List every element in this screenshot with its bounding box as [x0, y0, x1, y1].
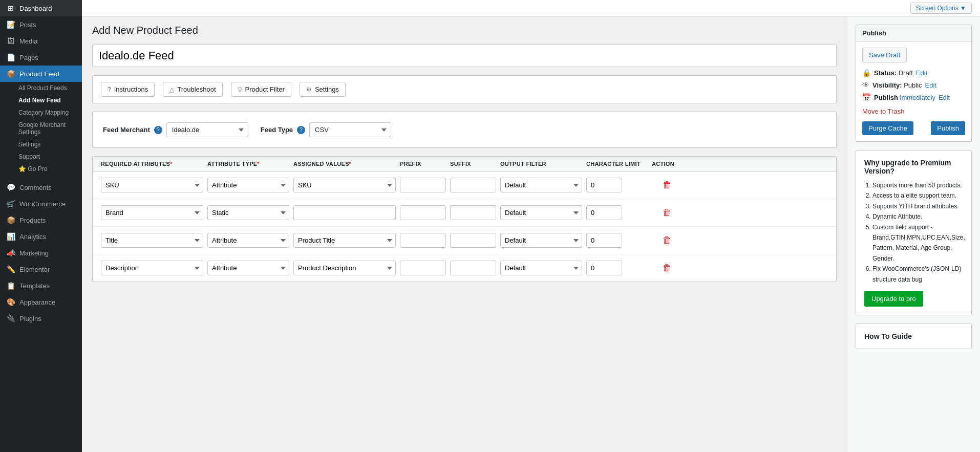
sidebar-item-analytics[interactable]: 📊 Analytics: [0, 228, 82, 245]
products-icon: 📦: [6, 216, 15, 224]
sidebar-item-marketing[interactable]: 📣 Marketing: [0, 245, 82, 261]
purge-cache-button[interactable]: Purge Cache: [862, 121, 913, 135]
sidebar-item-elementor[interactable]: ✏️ Elementor: [0, 261, 82, 277]
sidebar-item-products[interactable]: 📦 Products: [0, 212, 82, 228]
char-limit-input-2[interactable]: [586, 233, 622, 248]
output-filter-select-0[interactable]: DefaultStrip TagsConvert HTML: [500, 178, 582, 192]
premium-title: Why upgrade to Premium Version?: [864, 159, 963, 175]
status-label: Status: Draft: [874, 69, 913, 77]
req-attr-select-2[interactable]: TitleSKUBrandDescription: [101, 233, 203, 248]
suffix-input-3[interactable]: [450, 261, 496, 275]
sidebar-item-templates[interactable]: 📋 Templates: [0, 277, 82, 294]
sidebar-sub-google-merchant[interactable]: Google Merchant Settings: [18, 119, 82, 138]
char-limit-input-1[interactable]: [586, 205, 622, 220]
sidebar-label-plugins: Plugins: [19, 315, 41, 322]
col-header-output-filter: OUTPUT FILTER: [500, 161, 582, 167]
topbar: Screen Options ▼: [82, 0, 980, 16]
delete-row-3[interactable]: 🗑: [652, 261, 683, 275]
assigned-val-select-3[interactable]: Product DescriptionSKUProduct Title: [293, 261, 396, 275]
elementor-icon: ✏️: [6, 265, 15, 273]
col-header-attr-type: ATTRIBUTE TYPE*: [207, 161, 289, 167]
feedtype-help-icon[interactable]: ?: [297, 126, 305, 134]
delete-row-2[interactable]: 🗑: [652, 233, 683, 248]
feed-title-input[interactable]: [92, 45, 837, 67]
calendar-icon: 📅: [862, 93, 871, 101]
sidebar-sub-all-feeds[interactable]: All Product Feeds: [18, 82, 82, 94]
tab-troubleshoot-label: Troubleshoot: [177, 85, 216, 93]
tab-troubleshoot[interactable]: △ Troubleshoot: [163, 82, 222, 97]
sidebar-label-elementor: Elementor: [19, 266, 50, 273]
page-title: Add New Product Feed: [92, 25, 837, 36]
sidebar-item-media-icon: 🖼: [6, 37, 15, 45]
sidebar-item-woocommerce[interactable]: 🛒 WooCommerce: [0, 196, 82, 212]
sidebar-sub-support[interactable]: Support: [18, 150, 82, 163]
tab-settings[interactable]: ⚙ Settings: [300, 82, 346, 97]
sidebar-item-media[interactable]: 🖼Media: [0, 33, 82, 49]
attr-type-select-2[interactable]: AttributeStaticPattern: [207, 233, 289, 248]
tab-settings-label: Settings: [315, 85, 339, 93]
visibility-edit-link[interactable]: Edit: [925, 81, 936, 89]
sidebar-sub-settings[interactable]: Settings: [18, 138, 82, 150]
delete-row-1[interactable]: 🗑: [652, 205, 683, 220]
attr-type-select-1[interactable]: StaticAttributePattern: [207, 205, 289, 220]
assigned-val-select-2[interactable]: Product TitleSKUProduct Description: [293, 233, 396, 248]
sidebar-sub-category-mapping[interactable]: Category Mapping: [18, 106, 82, 119]
attr-type-select-0[interactable]: AttributeStaticPattern: [207, 178, 289, 192]
sidebar-label-templates: Templates: [19, 282, 50, 290]
sidebar-item-posts[interactable]: 📝Posts: [0, 16, 82, 33]
publish-time-edit-link[interactable]: Edit: [939, 94, 950, 101]
suffix-input-0[interactable]: [450, 178, 496, 192]
tab-instructions-label: Instructions: [114, 85, 148, 93]
tab-product-filter[interactable]: ▽ Product Filter: [231, 82, 291, 97]
sidebar-item-plugins[interactable]: 🔌 Plugins: [0, 310, 82, 327]
merchant-help-icon[interactable]: ?: [154, 126, 162, 134]
feedtype-select[interactable]: CSV XML TSV TXT: [309, 122, 391, 137]
assigned-val-select-0[interactable]: SKUProduct TitleProduct Description: [293, 178, 396, 192]
analytics-icon: 📊: [6, 232, 15, 241]
content-area: Add New Product Feed ? Instructions △ Tr…: [82, 16, 980, 452]
prefix-input-3[interactable]: [400, 261, 446, 275]
sidebar-sub-go-pro[interactable]: ⭐ Go Pro: [18, 163, 82, 175]
req-attr-select-3[interactable]: DescriptionSKUBrandTitle: [101, 261, 203, 275]
woocommerce-icon: 🛒: [6, 200, 15, 208]
delete-row-0[interactable]: 🗑: [652, 178, 683, 192]
publish-button[interactable]: Publish: [931, 121, 965, 135]
output-filter-select-2[interactable]: DefaultStrip TagsConvert HTML: [500, 233, 582, 248]
output-filter-select-3[interactable]: DefaultStrip TagsConvert HTML: [500, 261, 582, 275]
sidebar-sub-add-feed[interactable]: Add New Feed: [18, 94, 82, 106]
assigned-val-input-1[interactable]: [293, 205, 396, 220]
save-draft-button[interactable]: Save Draft: [862, 48, 907, 62]
suffix-input-2[interactable]: [450, 233, 496, 248]
status-edit-link[interactable]: Edit: [916, 69, 927, 77]
suffix-input-1[interactable]: [450, 205, 496, 220]
attr-type-select-3[interactable]: AttributeStaticPattern: [207, 261, 289, 275]
how-to-guide-title: How To Guide: [864, 332, 963, 340]
product-feed-icon: 📦: [6, 70, 15, 78]
sidebar-item-dashboard[interactable]: ⊞Dashboard: [0, 0, 82, 16]
table-row: SKUBrandTitleDescription AttributeStatic…: [93, 171, 836, 199]
prefix-input-2[interactable]: [400, 233, 446, 248]
prefix-input-0[interactable]: [400, 178, 446, 192]
merchant-select[interactable]: Idealo.de Google Shopping Amazon eBay: [166, 122, 248, 137]
sidebar-item-dashboard-icon: ⊞: [6, 4, 15, 12]
sidebar-label-woo: WooCommerce: [19, 200, 66, 208]
publish-time-link[interactable]: immediately: [900, 94, 935, 101]
sidebar-item-pages[interactable]: 📄Pages: [0, 49, 82, 66]
req-attr-select-0[interactable]: SKUBrandTitleDescription: [101, 178, 203, 192]
move-to-trash-link[interactable]: Move to Trash: [862, 107, 965, 115]
sidebar-item-appearance[interactable]: 🎨 Appearance: [0, 294, 82, 310]
publish-box-body: Save Draft 🔒 Status: Draft Edit 👁 Visibi…: [856, 41, 971, 141]
screen-options-button[interactable]: Screen Options ▼: [910, 3, 972, 14]
visibility-label: Visibility: Public: [872, 81, 922, 89]
char-limit-input-0[interactable]: [586, 178, 622, 192]
sidebar-item-comments[interactable]: 💬 Comments: [0, 179, 82, 196]
tab-instructions[interactable]: ? Instructions: [101, 82, 155, 97]
prefix-input-1[interactable]: [400, 205, 446, 220]
sidebar-item-product-feed[interactable]: 📦 Product Feed: [0, 66, 82, 82]
req-attr-select-1[interactable]: BrandSKUTitleDescription: [101, 205, 203, 220]
merchant-label: Feed Merchant: [103, 126, 150, 134]
output-filter-select-1[interactable]: DefaultStrip TagsConvert HTML: [500, 205, 582, 220]
how-to-guide: How To Guide: [856, 324, 972, 349]
char-limit-input-3[interactable]: [586, 261, 622, 275]
upgrade-button[interactable]: Upgrade to pro: [864, 291, 923, 307]
